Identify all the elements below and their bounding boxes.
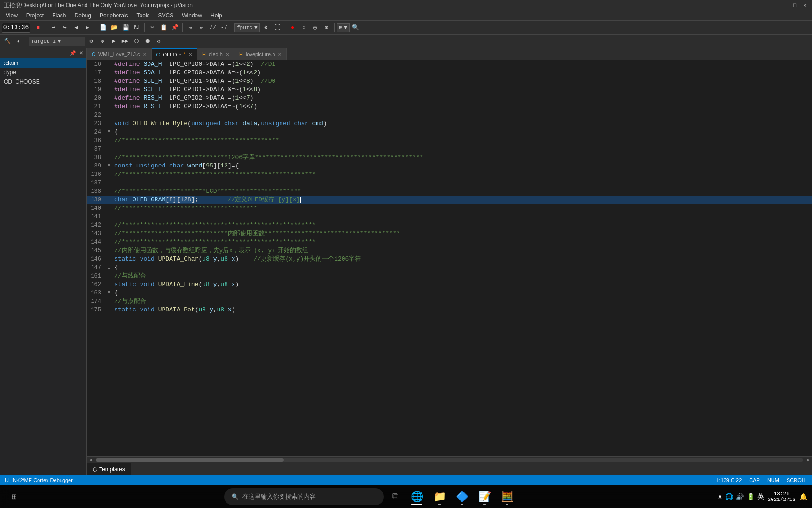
tab-close-wml[interactable]: ✕ <box>143 52 147 57</box>
close-button[interactable]: ✕ <box>802 2 808 8</box>
menu-view[interactable]: View <box>2 11 22 20</box>
tb2-settings[interactable]: ⚙ <box>86 36 96 47</box>
menu-window[interactable]: Window <box>178 11 206 20</box>
menu-debug[interactable]: Debug <box>71 11 95 20</box>
maximize-button[interactable]: ☐ <box>791 2 798 8</box>
debug-btn1[interactable]: ○ <box>299 23 309 33</box>
tb2-btn4[interactable]: ✤ <box>97 36 108 47</box>
target-dropdown[interactable]: fputc ▼ <box>234 23 260 32</box>
code-line-38: 38 //*****************************1206字库… <box>87 153 812 162</box>
tb-icon2[interactable]: ⛶ <box>272 23 282 33</box>
scroll-track[interactable] <box>96 458 804 462</box>
ime-icon[interactable]: 英 <box>757 492 764 501</box>
tb2-btn5[interactable]: ▶ <box>109 36 119 47</box>
tb2-btn8[interactable]: ⬢ <box>142 36 153 47</box>
tab-label-oled-c: OLED.c <box>163 52 181 57</box>
timer-display: 0:13:36 <box>2 23 30 33</box>
code-line-16: 16 #define SDA_H LPC_GPIO0->DATA|=(1<<2)… <box>87 60 812 69</box>
system-tray: ∧ 🌐 🔊 🔋 英 <box>718 492 764 501</box>
search-bar-taskbar[interactable]: 🔍 在这里输入你要搜索的内容 <box>224 488 384 505</box>
chevron-up-icon[interactable]: ∧ <box>718 493 722 501</box>
task-view-button[interactable]: ⧉ <box>386 487 405 506</box>
start-button[interactable]: ⊞ <box>5 487 23 506</box>
sidebar-header: 📌 ✕ <box>0 48 86 58</box>
back-button[interactable]: ◀ <box>71 23 81 33</box>
minimize-button[interactable]: — <box>781 2 788 8</box>
stop-btn2[interactable]: ● <box>288 23 298 33</box>
app-calculator[interactable]: 🧮 <box>497 487 517 506</box>
tb2-btn7[interactable]: ⬡ <box>131 36 141 47</box>
sidebar-item-type[interactable]: :type <box>0 68 86 77</box>
tab-close-lovepicture[interactable]: ✕ <box>278 52 281 57</box>
scroll-thumb[interactable] <box>96 458 284 462</box>
horizontal-scrollbar[interactable]: ◀ ▶ <box>87 456 812 463</box>
notification-icon[interactable]: 🔔 <box>799 493 807 501</box>
tb2-btn9[interactable]: ♻ <box>154 36 164 47</box>
undo-button[interactable]: ↩ <box>48 23 59 33</box>
main-area: 📌 ✕ :claim :type OD_CHOOSE C WML_Love_ZL… <box>0 48 812 475</box>
app-unknown2[interactable]: 📝 <box>474 487 495 506</box>
app-edge[interactable]: 🌐 <box>406 487 427 506</box>
cut-button[interactable]: ✂ <box>147 23 157 33</box>
save-all-button[interactable]: 🖫 <box>132 23 142 33</box>
app-unknown1[interactable]: 🔷 <box>452 487 472 506</box>
tab-label-oled-h: oled.h <box>209 51 223 57</box>
tab-wml-love[interactable]: C WML_Love_ZLJ.c ✕ <box>87 48 152 60</box>
forward-button[interactable]: ▶ <box>82 23 93 33</box>
redo-button[interactable]: ↪ <box>60 23 70 33</box>
menu-project[interactable]: Project <box>23 11 47 20</box>
copy-button[interactable]: 📋 <box>158 23 169 33</box>
build-btn[interactable]: 🔨 <box>2 36 12 47</box>
tab-icon-h: H <box>202 51 206 57</box>
menu-svcs[interactable]: SVCS <box>155 11 178 20</box>
save-button[interactable]: 💾 <box>120 23 131 33</box>
sep7 <box>334 23 335 32</box>
tab-oled-h[interactable]: H oled.h ✕ <box>197 48 234 60</box>
tab-close-oled-c[interactable]: ✕ <box>188 52 192 57</box>
outdent-button[interactable]: ⇤ <box>196 23 207 33</box>
battery-icon[interactable]: 🔋 <box>747 493 755 501</box>
sidebar-pin[interactable]: 📌 <box>70 50 76 56</box>
new-file-button[interactable]: 📄 <box>98 23 108 33</box>
comment-button[interactable]: // <box>208 23 218 33</box>
content-area: C WML_Love_ZLJ.c ✕ C OLED.c * ✕ H oled.h… <box>87 48 812 475</box>
view-dropdown[interactable]: ⊞▼ <box>337 23 350 32</box>
menu-peripherals[interactable]: Peripherals <box>96 11 132 20</box>
taskbar-right: ∧ 🌐 🔊 🔋 英 13:26 2021/2/13 🔔 <box>718 491 807 502</box>
stop-button[interactable]: ■ <box>33 23 43 33</box>
scroll-right-arrow[interactable]: ▶ <box>805 457 812 463</box>
network-icon[interactable]: 🌐 <box>725 493 733 501</box>
menu-flash[interactable]: Flash <box>48 11 70 20</box>
sidebar-item-od-choose[interactable]: OD_CHOOSE <box>0 77 86 87</box>
menu-help[interactable]: Help <box>207 11 226 20</box>
tab-lovepicture[interactable]: H lovepicture.h ✕ <box>234 48 287 60</box>
paste-button[interactable]: 📌 <box>170 23 180 33</box>
code-line-139: 139 char OLED_GRAM[8][128]; //定义OLED缓存 [… <box>87 196 812 204</box>
tab-modified-oled-c: * <box>184 52 186 57</box>
sidebar-item-claim[interactable]: :claim <box>0 58 86 68</box>
clock-display[interactable]: 13:26 2021/2/13 <box>768 491 796 502</box>
tab-oled-c[interactable]: C OLED.c * ✕ <box>152 48 197 60</box>
indent-button[interactable]: ⇥ <box>185 23 195 33</box>
open-file-button[interactable]: 📂 <box>109 23 119 33</box>
debug-btn2[interactable]: ◎ <box>310 23 320 33</box>
sep2 <box>95 23 95 32</box>
target1-dropdown[interactable]: Target 1 ▼ <box>29 37 85 46</box>
uncomment-button[interactable]: ‐/ <box>219 23 229 33</box>
code-editor[interactable]: 16 #define SDA_H LPC_GPIO0->DATA|=(1<<2)… <box>87 60 812 456</box>
debug-btn3[interactable]: ⊛ <box>321 23 332 33</box>
menu-tools[interactable]: Tools <box>133 11 154 20</box>
title-bar-title: 王拾浪\Desktop\For The One And The Only You… <box>4 1 193 9</box>
tab-templates[interactable]: ⬡ Templates <box>87 463 131 476</box>
search-btn[interactable]: 🔍 <box>351 23 361 33</box>
code-line-138: 138 //***********************LCD********… <box>87 187 812 196</box>
tab-close-oled-h[interactable]: ✕ <box>226 52 229 57</box>
scroll-left-arrow[interactable]: ◀ <box>87 457 94 463</box>
tb-icon1[interactable]: ⚙ <box>261 23 271 33</box>
tb2-btn2[interactable]: ✦ <box>13 36 23 47</box>
sidebar-close[interactable]: ✕ <box>78 50 85 56</box>
tb2-btn6[interactable]: ▶▶ <box>120 36 130 47</box>
title-bar: 王拾浪\Desktop\For The One And The Only You… <box>0 0 812 10</box>
volume-icon[interactable]: 🔊 <box>736 493 744 501</box>
app-file-explorer[interactable]: 📁 <box>429 487 450 506</box>
